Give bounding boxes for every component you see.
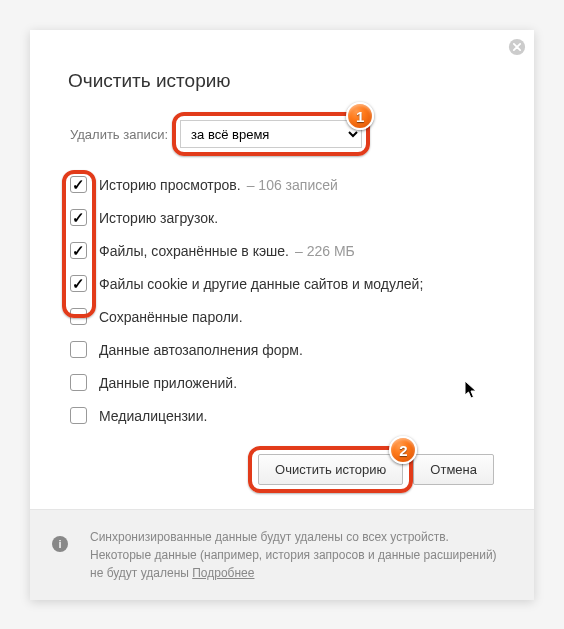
clear-history-dialog: Очистить историю Удалить записи: за всё … (30, 30, 534, 600)
option-row: Историю загрузок. (70, 209, 496, 226)
option-row: Файлы cookie и другие данные сайтов и мо… (70, 275, 496, 292)
option-label[interactable]: Файлы cookie и другие данные сайтов и мо… (99, 276, 423, 292)
option-label[interactable]: Историю загрузок. (99, 210, 218, 226)
option-checkbox[interactable] (70, 407, 87, 424)
option-row: Файлы, сохранённые в кэше.– 226 МБ (70, 242, 496, 259)
option-label[interactable]: Медиалицензии. (99, 408, 207, 424)
option-checkbox[interactable] (70, 374, 87, 391)
option-label[interactable]: Данные приложений. (99, 375, 237, 391)
option-checkbox[interactable] (70, 242, 87, 259)
option-row: Данные приложений. (70, 374, 496, 391)
option-label[interactable]: Данные автозаполнения форм. (99, 342, 303, 358)
clear-history-button[interactable]: Очистить историю (258, 454, 403, 485)
info-icon: i (52, 536, 68, 552)
close-icon[interactable] (508, 38, 526, 56)
time-range-label: Удалить записи: (70, 127, 168, 142)
cancel-button[interactable]: Отмена (413, 454, 494, 485)
footer-link[interactable]: Подробнее (192, 566, 254, 580)
option-checkbox[interactable] (70, 308, 87, 325)
option-checkbox[interactable] (70, 275, 87, 292)
option-row: Медиалицензии. (70, 407, 496, 424)
option-detail: – 226 МБ (295, 243, 355, 259)
option-label[interactable]: Файлы, сохранённые в кэше. (99, 243, 289, 259)
option-checkbox[interactable] (70, 341, 87, 358)
dialog-title: Очистить историю (68, 70, 496, 92)
option-checkbox[interactable] (70, 176, 87, 193)
option-row: Данные автозаполнения форм. (70, 341, 496, 358)
time-range-select[interactable]: за всё время (180, 120, 362, 148)
option-detail: – 106 записей (247, 177, 338, 193)
option-label[interactable]: Историю просмотров. (99, 177, 241, 193)
option-row: Сохранённые пароли. (70, 308, 496, 325)
option-row: Историю просмотров.– 106 записей (70, 176, 496, 193)
footer-text: Синхронизированные данные будут удалены … (90, 530, 497, 580)
options-list: Историю просмотров.– 106 записейИсторию … (68, 176, 496, 424)
option-checkbox[interactable] (70, 209, 87, 226)
footer-note: i Синхронизированные данные будут удален… (30, 509, 534, 600)
annotation-badge-1: 1 (346, 102, 374, 130)
option-label[interactable]: Сохранённые пароли. (99, 309, 243, 325)
